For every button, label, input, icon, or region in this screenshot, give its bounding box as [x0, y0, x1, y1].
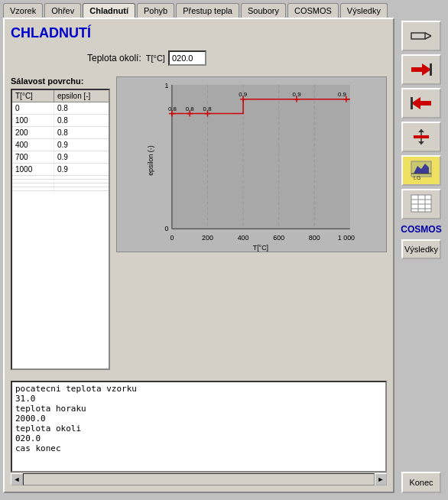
svg-text:0.8: 0.8 [186, 106, 195, 112]
cell-eps: 0.9 [54, 151, 109, 163]
cell-eps [54, 183, 109, 187]
chart-container: 0 200 400 600 800 1 000 T[°C] 0 1 epsilo… [116, 76, 387, 370]
temp-okoli-label: Teplota okolí: [87, 53, 141, 63]
svg-text:T[°C]: T[°C] [253, 244, 268, 252]
log-line: cas konec [15, 443, 382, 453]
konec-label: Konec [409, 478, 433, 487]
svg-text:0.9: 0.9 [239, 91, 248, 98]
arrow-right-red-button[interactable] [401, 54, 441, 85]
log-line: 020.0 [15, 433, 382, 443]
tab-bar: Vzorek Ohřev Chladnutí Pohyb Přestup tep… [0, 0, 448, 18]
table-row[interactable]: 1000 0.9 [12, 164, 109, 176]
resize-button[interactable] [401, 122, 441, 152]
cell-eps: 0.9 [54, 139, 109, 151]
cell-eps [54, 176, 109, 179]
cell-temp: 200 [12, 127, 54, 138]
svg-marker-46 [418, 129, 424, 132]
svg-rect-48 [414, 135, 429, 138]
tab-cosmos[interactable]: COSMOS [287, 3, 339, 18]
cell-temp [12, 187, 54, 190]
table-row[interactable]: 0 0.8 [12, 102, 109, 115]
content-row: Sálavost povrchu: T[°C] epsilon [-] 0 0.… [11, 76, 387, 370]
svg-text:epsilon (-): epsilon (-) [147, 145, 154, 176]
salavost-table[interactable]: T[°C] epsilon [-] 0 0.8 100 0.8 [11, 89, 110, 370]
cell-eps: 0.8 [54, 127, 109, 138]
col-eps-header: epsilon [-] [54, 90, 109, 102]
log-line: 31.0 [15, 394, 382, 404]
chart-button[interactable]: t.G [401, 155, 441, 186]
table-body[interactable]: 0 0.8 100 0.8 200 0.8 400 [12, 102, 109, 369]
col-temp-header: T[°C] [12, 90, 54, 102]
svg-text:0.9: 0.9 [338, 91, 347, 98]
svg-rect-39 [411, 67, 422, 72]
epsilon-chart: 0 200 400 600 800 1 000 T[°C] 0 1 epsilo… [116, 76, 387, 252]
tab-soubory[interactable]: Soubory [241, 3, 286, 18]
svg-text:800: 800 [309, 234, 320, 242]
svg-text:t.G: t.G [414, 175, 420, 180]
svg-text:0: 0 [170, 234, 174, 242]
main-container: CHLADNUTÍ Teplota okolí: T[°C] Sálavost … [0, 18, 448, 496]
cell-temp: 1000 [12, 164, 54, 175]
svg-line-37 [425, 33, 431, 36]
cell-eps: 0.8 [54, 102, 109, 114]
cell-temp [12, 183, 54, 187]
svg-text:600: 600 [273, 234, 284, 242]
cell-temp [12, 176, 54, 179]
svg-rect-41 [430, 63, 432, 76]
scroll-left-btn[interactable]: ◄ [11, 473, 23, 485]
table-row[interactable]: 400 0.9 [12, 139, 109, 151]
tab-vzorek[interactable]: Vzorek [3, 3, 43, 18]
tab-vysledky[interactable]: Výsledky [340, 3, 388, 18]
svg-rect-36 [411, 33, 425, 39]
sidebar-spacer [398, 262, 445, 469]
svg-rect-1 [172, 85, 350, 229]
tab-ohrev[interactable]: Ohřev [44, 3, 81, 18]
table-row[interactable]: 700 0.9 [12, 151, 109, 164]
svg-text:0.9: 0.9 [293, 91, 302, 98]
scroll-track[interactable] [23, 473, 375, 485]
tab-prestup-tepla[interactable]: Přestup tepla [176, 3, 239, 18]
svg-rect-42 [420, 101, 431, 106]
svg-text:1 000: 1 000 [338, 234, 355, 242]
cell-eps: 0.8 [54, 115, 109, 126]
svg-text:0.8: 0.8 [203, 106, 213, 112]
temp-okoli-input[interactable] [168, 50, 206, 66]
svg-rect-53 [411, 195, 431, 212]
log-line: teplota horaku [15, 404, 382, 414]
table-row[interactable] [12, 187, 109, 191]
log-section: pocatecni teplota vzorku 31.0 teplota ho… [11, 381, 387, 485]
vysledky-label: Výsledky [404, 245, 438, 254]
log-line: teplota okoli [15, 424, 382, 433]
temp-unit: T[°C] [146, 54, 165, 63]
arrow-left-red-button[interactable] [401, 88, 441, 119]
vysledky-button[interactable]: Výsledky [401, 239, 441, 259]
cell-eps [54, 187, 109, 190]
svg-rect-44 [411, 97, 413, 109]
svg-text:0: 0 [164, 225, 168, 232]
page-title: CHLADNUTÍ [11, 25, 387, 41]
salavost-section: Sálavost povrchu: T[°C] epsilon [-] 0 0.… [11, 76, 110, 370]
log-output[interactable]: pocatecni teplota vzorku 31.0 teplota ho… [11, 381, 387, 472]
table-header: T[°C] epsilon [-] [12, 90, 109, 102]
log-line: 2000.0 [15, 414, 382, 424]
svg-text:0.8: 0.8 [168, 106, 177, 112]
table-button[interactable] [401, 189, 441, 219]
cosmos-label: COSMOS [398, 222, 445, 236]
svg-line-38 [425, 36, 431, 39]
cell-temp: 100 [12, 115, 54, 126]
svg-text:1: 1 [164, 82, 168, 89]
svg-text:400: 400 [238, 234, 249, 242]
konec-button[interactable]: Konec [401, 472, 441, 493]
svg-marker-47 [418, 141, 424, 144]
table-row[interactable]: 200 0.8 [12, 127, 109, 139]
tab-pohyb[interactable]: Pohyb [137, 3, 174, 18]
input-bar-button[interactable] [401, 21, 441, 51]
salavost-title: Sálavost povrchu: [11, 76, 110, 86]
scroll-right-btn[interactable]: ► [375, 473, 387, 485]
cell-temp: 0 [12, 102, 54, 114]
table-row[interactable]: 100 0.8 [12, 115, 109, 127]
left-panel: CHLADNUTÍ Teplota okolí: T[°C] Sálavost … [3, 18, 394, 493]
tab-chladnuti[interactable]: Chladnutí [83, 3, 135, 18]
temp-okoli-row: Teplota okolí: T[°C] [87, 50, 387, 66]
right-sidebar: t.G COSMOS Výsledky Konec [394, 18, 448, 496]
